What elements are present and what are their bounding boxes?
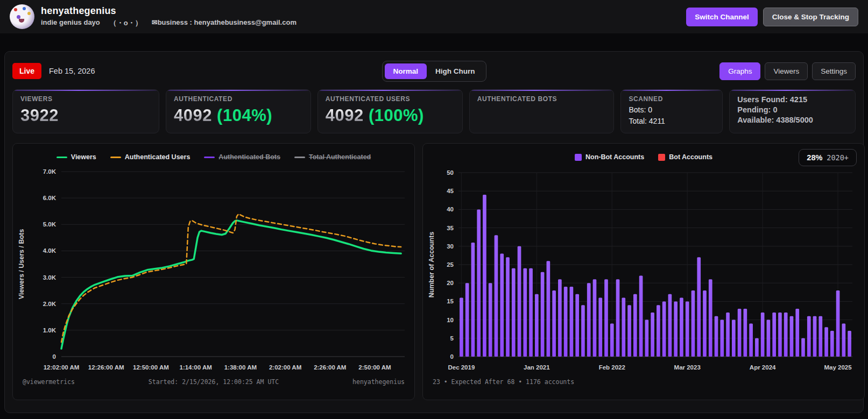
svg-text:4.0K: 4.0K — [43, 247, 57, 254]
stat-label: AUTHENTICATED BOTS — [477, 95, 606, 103]
scanned-bots-line: Bots: 0 — [629, 105, 715, 114]
stream-date: Feb 15, 2026 — [49, 67, 95, 75]
svg-text:12:26:00 AM: 12:26:00 AM — [88, 364, 124, 371]
mode-normal-segment[interactable]: Normal — [385, 63, 427, 79]
bar-footer-text: 23 • Expected After 68 • 1176 accounts — [433, 378, 574, 386]
legend-swatch — [658, 154, 665, 161]
channel-emote: （・o・） — [110, 18, 142, 28]
legend-item-viewers[interactable]: Viewers — [57, 153, 96, 161]
churn-mode-toggle: Normal High Churn — [382, 61, 486, 82]
era-percent: 28% — [807, 153, 822, 162]
svg-text:12:50:00 AM: 12:50:00 AM — [133, 364, 169, 371]
mode-high-churn-segment[interactable]: High Churn — [427, 63, 484, 79]
legend-swatch — [575, 154, 582, 161]
svg-text:40: 40 — [447, 206, 454, 212]
viewers-value: 3922 — [20, 106, 59, 125]
svg-text:6.0K: 6.0K — [43, 195, 57, 201]
users-found-line: Users Found: 4215 — [737, 95, 848, 104]
svg-text:0: 0 — [53, 353, 56, 360]
legend-item-total-authenticated[interactable]: Total Authenticated — [294, 153, 371, 161]
svg-text:1:38:00 AM: 1:38:00 AM — [224, 364, 257, 371]
legend-swatch — [110, 157, 121, 158]
authenticated-percent: (104%) — [217, 106, 272, 125]
stat-card-viewers: VIEWERS 3922 — [12, 89, 159, 133]
svg-text:2:26:00 AM: 2:26:00 AM — [314, 364, 346, 371]
account-era-badge: 28% 2020+ — [799, 149, 857, 166]
tab-settings[interactable]: Settings — [812, 62, 856, 80]
legend-swatch — [57, 157, 67, 158]
era-suffix: 2020+ — [827, 153, 849, 162]
switch-channel-button[interactable]: Switch Channel — [686, 8, 758, 26]
authenticated-users-percent: (100%) — [369, 106, 424, 125]
svg-text:50: 50 — [447, 169, 454, 176]
svg-text:2.0K: 2.0K — [43, 301, 57, 307]
svg-text:35: 35 — [447, 225, 454, 231]
svg-text:Jan 2021: Jan 2021 — [524, 364, 550, 371]
app-header: henyathegenius indie genius dayo （・o・） ✉… — [0, 0, 868, 33]
pending-line: Pending: 0 — [737, 105, 848, 114]
svg-text:3.0K: 3.0K — [43, 274, 57, 281]
svg-text:25: 25 — [447, 261, 454, 268]
legend-swatch — [294, 157, 305, 158]
legend-item-authenticated-bots[interactable]: Authenticated Bots — [204, 153, 280, 161]
svg-text:1.0K: 1.0K — [43, 327, 57, 333]
svg-text:Dec 2019: Dec 2019 — [448, 364, 475, 371]
scanned-total-line: Total: 4211 — [629, 117, 715, 125]
svg-text:Number of Accounts: Number of Accounts — [428, 232, 435, 298]
svg-text:May 2025: May 2025 — [824, 364, 852, 371]
line-chart-footer: @viewermetrics Started: 2/15/2026, 12:00… — [15, 375, 412, 386]
svg-text:0: 0 — [450, 353, 454, 360]
channel-avatar — [10, 4, 34, 29]
svg-text:Viewers / Users / Bots: Viewers / Users / Bots — [18, 229, 25, 299]
channel-tagline: indie genius dayo — [41, 18, 100, 28]
svg-text:15: 15 — [447, 298, 454, 304]
charts-row: Viewers Authenticated Users Authenticate… — [12, 143, 856, 400]
tab-viewers[interactable]: Viewers — [765, 62, 808, 80]
channel-name: henyathegenius — [41, 5, 297, 17]
tab-graphs[interactable]: Graphs — [719, 62, 760, 80]
svg-text:Apr 2024: Apr 2024 — [750, 364, 776, 371]
svg-text:2:50:00 AM: 2:50:00 AM — [358, 364, 391, 371]
legend-item-authenticated-users[interactable]: Authenticated Users — [110, 153, 190, 161]
svg-text:7.0K: 7.0K — [43, 168, 57, 175]
account-age-bar-chart: 05101520253035404550Dec 2019Jan 2021Feb … — [425, 165, 862, 375]
started-timestamp: Started: 2/15/2026, 12:00:25 AM UTC — [149, 378, 279, 386]
available-line: Available: 4388/5000 — [737, 116, 848, 124]
bar-chart-footer: 23 • Expected After 68 • 1176 accounts — [425, 375, 862, 386]
viewers-line-chart: 01.0K2.0K3.0K4.0K5.0K6.0K7.0K12:02:00 AM… — [15, 165, 413, 375]
svg-text:20: 20 — [447, 280, 454, 286]
stats-row: VIEWERS 3922 AUTHENTICATED 4092 (104%) A… — [12, 89, 856, 133]
svg-text:5: 5 — [450, 335, 454, 342]
stat-label: AUTHENTICATED USERS — [326, 95, 455, 103]
legend-item-bot-accounts[interactable]: Bot Accounts — [658, 153, 712, 161]
svg-text:10: 10 — [447, 317, 454, 323]
stat-card-authenticated-users: AUTHENTICATED USERS 4092 (100%) — [317, 89, 463, 133]
stat-card-scanned: SCANNED Bots: 0 Total: 4211 — [620, 89, 723, 133]
stat-card-authenticated: AUTHENTICATED 4092 (104%) — [166, 89, 311, 133]
close-stop-tracking-button[interactable]: Close & Stop Tracking — [763, 8, 858, 26]
account-age-chart-panel: Non-Bot Accounts Bot Accounts 28% 2020+ … — [422, 143, 865, 400]
svg-text:12:02:00 AM: 12:02:00 AM — [44, 364, 80, 371]
svg-text:Mar 2023: Mar 2023 — [674, 364, 701, 371]
watermark: @viewermetrics — [23, 378, 75, 386]
envelope-icon: ✉ — [152, 18, 158, 26]
dashboard-panel: Live Feb 15, 2026 Normal High Churn Grap… — [4, 51, 864, 413]
legend-item-nonbot-accounts[interactable]: Non-Bot Accounts — [575, 153, 644, 161]
svg-text:45: 45 — [447, 188, 454, 194]
viewers-chart-panel: Viewers Authenticated Users Authenticate… — [12, 143, 415, 400]
live-badge: Live — [12, 63, 41, 79]
business-email: ✉business : henyathebusiness@gmail.com — [152, 18, 297, 28]
channel-watermark: henyathegenius — [352, 378, 405, 386]
authenticated-users-value: 4092 — [326, 106, 364, 125]
line-chart-legend: Viewers Authenticated Users Authenticate… — [15, 149, 412, 165]
stat-label: AUTHENTICATED — [174, 95, 303, 103]
toolbar: Live Feb 15, 2026 Normal High Churn Grap… — [12, 59, 856, 83]
stat-card-capacity: Users Found: 4215 Pending: 0 Available: … — [729, 89, 856, 133]
stat-card-authenticated-bots: AUTHENTICATED BOTS — [469, 89, 615, 133]
svg-text:5.0K: 5.0K — [43, 221, 57, 228]
stat-label: SCANNED — [629, 95, 715, 103]
svg-text:2:02:00 AM: 2:02:00 AM — [269, 364, 301, 371]
svg-text:1:14:00 AM: 1:14:00 AM — [180, 364, 212, 371]
authenticated-value: 4092 — [174, 106, 212, 125]
svg-text:30: 30 — [447, 243, 454, 250]
